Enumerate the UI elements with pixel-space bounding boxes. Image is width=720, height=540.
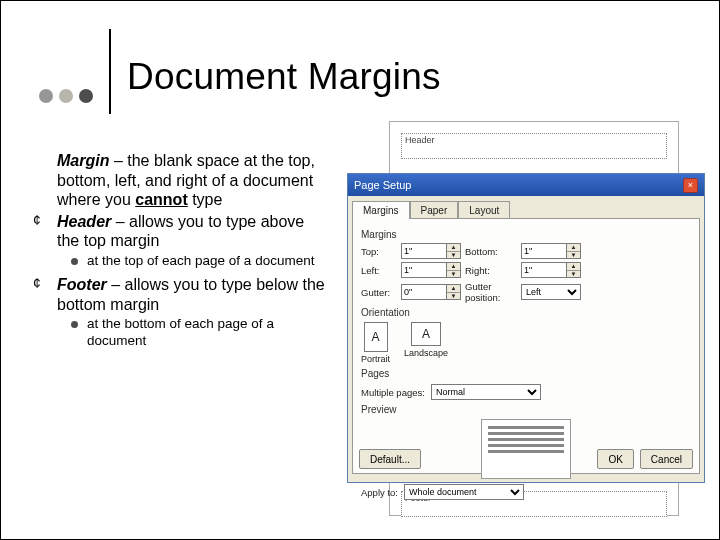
top-margin-input[interactable]: ▲▼ bbox=[401, 243, 465, 259]
tab-margins[interactable]: Margins bbox=[352, 201, 410, 219]
title-bullet-dots bbox=[39, 89, 93, 103]
tab-layout[interactable]: Layout bbox=[458, 201, 510, 219]
gutter-input[interactable]: ▲▼ bbox=[401, 284, 465, 300]
orientation-landscape[interactable]: A Landscape bbox=[404, 322, 448, 364]
apply-to-select[interactable]: Whole document bbox=[404, 484, 524, 500]
multiple-pages-select[interactable]: Normal bbox=[431, 384, 541, 400]
ok-button[interactable]: OK bbox=[597, 449, 633, 469]
margin-preview bbox=[481, 419, 571, 479]
page-setup-dialog: Page Setup × Margins Paper Layout Margin… bbox=[347, 173, 705, 483]
right-margin-input[interactable]: ▲▼ bbox=[521, 262, 585, 278]
group-preview-label: Preview bbox=[361, 404, 691, 415]
body-text: Margin – the blank space at the top, bot… bbox=[25, 151, 325, 351]
slide-title: Document Margins bbox=[127, 56, 441, 98]
header-area: Header bbox=[401, 133, 667, 159]
gutter-position-select[interactable]: Left bbox=[521, 284, 581, 300]
title-divider bbox=[109, 29, 111, 114]
bottom-margin-input[interactable]: ▲▼ bbox=[521, 243, 585, 259]
default-button[interactable]: Default... bbox=[359, 449, 421, 469]
dialog-tabs: Margins Paper Layout bbox=[348, 196, 704, 218]
cancel-button[interactable]: Cancel bbox=[640, 449, 693, 469]
tab-panel-margins: Margins Top: ▲▼ Bottom: ▲▼ Left: ▲▼ Righ… bbox=[352, 218, 700, 474]
group-pages-label: Pages bbox=[361, 368, 691, 379]
group-margins-label: Margins bbox=[361, 229, 691, 240]
left-margin-input[interactable]: ▲▼ bbox=[401, 262, 465, 278]
orientation-portrait[interactable]: A Portrait bbox=[361, 322, 390, 364]
page-setup-screenshot: Header Footer Page Setup × Margins Paper… bbox=[347, 121, 707, 521]
close-icon[interactable]: × bbox=[683, 178, 698, 193]
dialog-titlebar[interactable]: Page Setup × bbox=[348, 174, 704, 196]
tab-paper[interactable]: Paper bbox=[410, 201, 459, 219]
dialog-title: Page Setup bbox=[354, 179, 412, 191]
group-orientation-label: Orientation bbox=[361, 307, 691, 318]
